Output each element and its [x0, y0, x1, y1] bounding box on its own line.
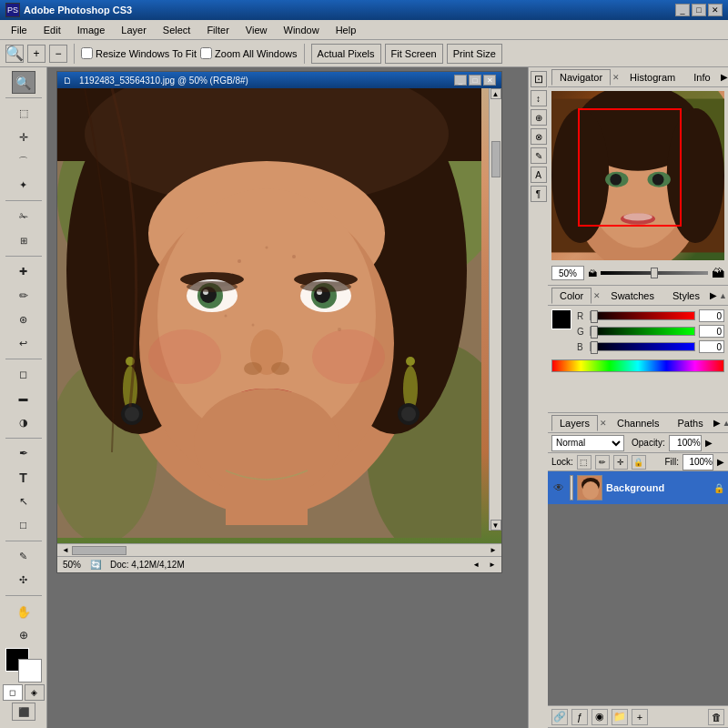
history-brush-button[interactable]: ↩ [12, 332, 35, 355]
menu-layer[interactable]: Layer [114, 23, 154, 37]
lock-position-button[interactable]: ✛ [613, 455, 628, 470]
color-spectrum-bar[interactable] [551, 359, 724, 372]
hand-tool-button[interactable]: ✋ [12, 600, 35, 622]
layer-row-background[interactable]: 👁 Background 🔒 [548, 471, 728, 504]
menu-view[interactable]: View [238, 23, 275, 37]
navigator-zoom-slider[interactable] [601, 271, 708, 275]
rv-tool-4[interactable]: ⊗ [531, 128, 547, 145]
nav-viewport-indicator[interactable] [578, 108, 682, 227]
scroll-thumb-h[interactable] [72, 546, 126, 555]
red-slider-track[interactable] [590, 311, 695, 320]
quick-mask-button[interactable]: ◈ [25, 684, 45, 701]
opacity-arrow[interactable]: ▶ [705, 438, 713, 448]
move-tool-button[interactable]: ✛ [12, 126, 35, 149]
eyedropper-button[interactable]: ✣ [12, 569, 35, 592]
menu-edit[interactable]: Edit [36, 23, 68, 37]
zoom-slider-thumb[interactable] [651, 268, 658, 278]
color-tab-close[interactable]: ✕ [593, 290, 601, 301]
marquee-tool-button[interactable]: ⬚ [12, 102, 35, 125]
maximize-button[interactable]: □ [692, 4, 706, 16]
tab-styles[interactable]: Styles [664, 288, 708, 304]
slice-tool-button[interactable]: ⊞ [12, 229, 35, 252]
navigator-zoom-input[interactable] [551, 266, 584, 280]
actual-pixels-button[interactable]: Actual Pixels [311, 44, 381, 64]
zoom-all-checkbox[interactable] [200, 47, 212, 59]
menu-window[interactable]: Window [277, 23, 327, 37]
minimize-button[interactable]: _ [675, 4, 690, 16]
menu-file[interactable]: File [4, 23, 35, 37]
layer-delete-button[interactable]: 🗑 [708, 709, 724, 725]
fill-arrow[interactable]: ▶ [717, 457, 724, 467]
color-panel-menu[interactable]: ▶ [710, 289, 717, 302]
layer-visibility-eye[interactable]: 👁 [551, 480, 566, 495]
blend-mode-select[interactable]: Normal [551, 435, 624, 451]
green-slider-track[interactable] [590, 327, 695, 336]
red-value-input[interactable] [699, 309, 724, 322]
tab-layers[interactable]: Layers [551, 415, 598, 431]
layer-style-button[interactable]: ƒ [571, 709, 588, 725]
eraser-tool-button[interactable]: ◻ [12, 363, 35, 386]
print-size-button[interactable]: Print Size [447, 44, 502, 64]
gradient-tool-button[interactable]: ▬ [12, 387, 35, 410]
tab-color[interactable]: Color [551, 288, 592, 304]
tab-swatches[interactable]: Swatches [602, 288, 662, 304]
canvas-horizontal-scrollbar[interactable]: ◄ ► [57, 543, 501, 556]
standard-mode-button[interactable]: ◻ [3, 684, 23, 701]
blue-value-input[interactable] [699, 340, 724, 353]
layers-tab-close[interactable]: ✕ [600, 418, 607, 429]
menu-image[interactable]: Image [70, 23, 113, 37]
tab-paths[interactable]: Paths [670, 415, 712, 431]
scroll-up-arrow[interactable]: ▲ [490, 88, 501, 99]
lasso-tool-button[interactable]: ⌒ [12, 150, 35, 173]
tab-histogram[interactable]: Histogram [622, 69, 683, 86]
canvas-image[interactable] [57, 88, 501, 543]
opacity-input[interactable] [669, 435, 702, 451]
lock-transparent-button[interactable]: ⬚ [577, 455, 592, 470]
navigator-panel-menu[interactable]: ▶ [721, 71, 728, 84]
rv-tool-5[interactable]: ✎ [531, 147, 547, 164]
scroll-canvas-left[interactable]: ◄ [472, 561, 480, 569]
dodge-tool-button[interactable]: ◑ [12, 411, 35, 434]
layers-collapse-arrow[interactable]: ▲ [723, 419, 728, 428]
resize-windows-label[interactable]: Resize Windows To Fit [81, 47, 197, 59]
menu-help[interactable]: Help [329, 23, 364, 37]
green-slider-thumb[interactable] [591, 326, 598, 339]
zoom-out-button[interactable]: − [49, 45, 67, 63]
layer-mask-button[interactable]: ◉ [592, 709, 608, 725]
lock-pixels-button[interactable]: ✏ [595, 455, 610, 470]
pen-tool-button[interactable]: ✒ [12, 442, 35, 465]
canvas-area[interactable]: ▲ ▼ [57, 88, 501, 543]
color-foreground-swatch[interactable] [551, 309, 571, 329]
scroll-thumb-v[interactable] [491, 141, 500, 177]
layer-new-button[interactable]: + [632, 709, 648, 725]
tab-info[interactable]: Info [685, 69, 718, 86]
shape-tool-button[interactable]: □ [12, 514, 35, 537]
scroll-canvas-right[interactable]: ► [489, 561, 496, 569]
blue-slider-thumb[interactable] [591, 341, 598, 354]
type-tool-button[interactable]: T [12, 466, 35, 489]
tab-navigator[interactable]: Navigator [551, 69, 611, 86]
scroll-right-arrow[interactable]: ► [487, 545, 500, 555]
rv-tool-1[interactable]: ⊡ [531, 71, 547, 87]
path-select-button[interactable]: ↖ [12, 490, 35, 512]
screen-mode-button[interactable]: ⬛ [12, 703, 35, 721]
menu-filter[interactable]: Filter [199, 23, 236, 37]
layers-panel-menu[interactable]: ▶ [713, 417, 721, 430]
scroll-down-arrow[interactable]: ▼ [490, 520, 501, 531]
scroll-left-arrow[interactable]: ◄ [59, 545, 72, 555]
doc-minimize[interactable]: _ [454, 75, 467, 86]
blue-slider-track[interactable] [590, 342, 695, 351]
crop-tool-button[interactable]: ✁ [12, 205, 35, 228]
canvas-vertical-scrollbar[interactable]: ▲ ▼ [489, 88, 501, 531]
fill-input[interactable] [682, 454, 713, 470]
green-value-input[interactable] [699, 325, 724, 338]
rv-tool-2[interactable]: ↕ [531, 90, 547, 106]
doc-maximize[interactable]: □ [469, 75, 481, 86]
color-collapse-arrow[interactable]: ▲ [719, 291, 727, 300]
close-button[interactable]: ✕ [708, 4, 723, 16]
menu-select[interactable]: Select [156, 23, 198, 37]
doc-close[interactable]: ✕ [483, 75, 496, 86]
background-color[interactable] [18, 659, 42, 682]
healing-brush-button[interactable]: ✚ [12, 260, 35, 283]
lock-all-button[interactable]: 🔒 [632, 455, 646, 470]
